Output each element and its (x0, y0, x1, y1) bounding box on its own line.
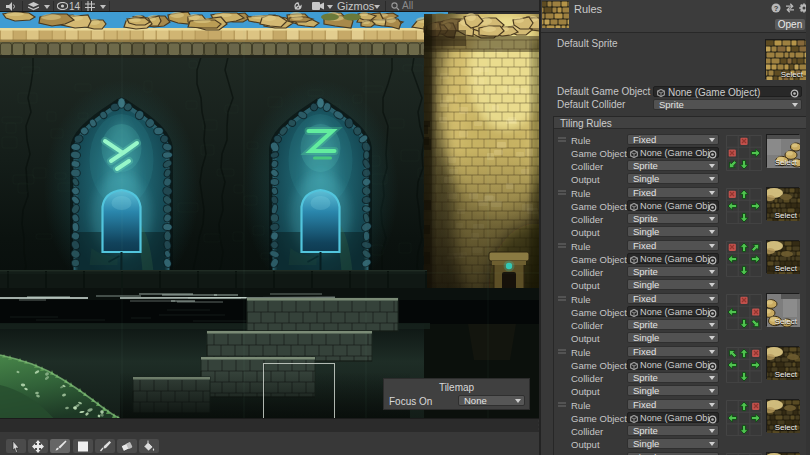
svg-text:?: ? (774, 4, 779, 13)
